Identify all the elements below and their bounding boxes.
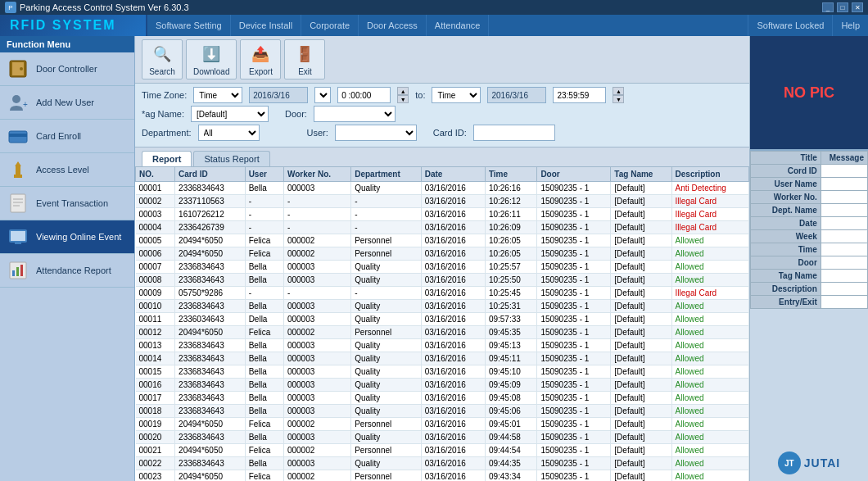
- door-select[interactable]: [314, 106, 396, 122]
- table-row[interactable]: 00011 2336034643 Della 000003 Quality 03…: [136, 313, 749, 326]
- cell-tag: [Default]: [611, 444, 671, 457]
- table-row[interactable]: 00021 20494*6050 Felica 000002 Personnel…: [136, 444, 749, 457]
- table-row[interactable]: 00018 2336834643 Bella 000003 Quality 03…: [136, 405, 749, 418]
- cell-door: 15090235 - 1: [537, 431, 611, 444]
- department-select[interactable]: All: [198, 125, 260, 141]
- sidebar-item-card-enroll[interactable]: Card Enroll: [0, 120, 134, 153]
- cell-card-id: 1610726212: [175, 208, 246, 221]
- table-row[interactable]: 00016 2336834643 Bella 000003 Quality 03…: [136, 379, 749, 392]
- table-row[interactable]: 00005 20494*6050 Felica 000002 Personnel…: [136, 234, 749, 247]
- cell-card-id: 2336834643: [175, 274, 246, 287]
- minimize-button[interactable]: _: [822, 2, 834, 12]
- table-row[interactable]: 00001 2336834643 Bella 000003 Quality 03…: [136, 182, 749, 195]
- time-spinner[interactable]: ▲ ▼: [397, 87, 409, 103]
- sidebar-item-viewing-online-event[interactable]: Viewing Online Event: [0, 220, 134, 254]
- svg-rect-14: [11, 231, 25, 241]
- access-level-icon: [7, 158, 29, 181]
- info-title: Time: [751, 243, 821, 256]
- tagname-select[interactable]: [Default]: [191, 106, 269, 122]
- menu-help[interactable]: Help: [832, 15, 868, 36]
- sidebar-item-attendance-report[interactable]: Attendance Report: [0, 254, 134, 288]
- export-button[interactable]: 📤 Export: [240, 39, 281, 79]
- menu-door-access[interactable]: Door Access: [359, 15, 427, 36]
- info-title: User Name: [751, 178, 821, 191]
- table-row[interactable]: 00020 2336834643 Bella 000003 Quality 03…: [136, 431, 749, 444]
- close-button[interactable]: ✕: [852, 2, 863, 12]
- info-row: Description: [751, 283, 868, 296]
- time-to-spinner[interactable]: ▲ ▼: [613, 87, 624, 103]
- info-row: Dept. Name: [751, 204, 868, 217]
- table-row[interactable]: 00023 20494*6050 Felica 000002 Personnel…: [136, 470, 749, 482]
- cell-no: 00021: [136, 444, 175, 457]
- table-row[interactable]: 00004 2336426739 - - - 03/16/2016 10:26:…: [136, 221, 749, 234]
- cell-user: Felica: [245, 247, 283, 261]
- cell-user: Bella: [245, 300, 283, 313]
- menu-software-locked[interactable]: Software Locked: [748, 15, 832, 36]
- table-row[interactable]: 00002 2337110563 - - - 03/16/2016 10:26:…: [136, 195, 749, 208]
- cell-desc: Allowed: [671, 365, 748, 379]
- menu-attendance[interactable]: Attendance: [427, 15, 490, 36]
- table-row[interactable]: 00019 20494*6050 Felica 000002 Personnel…: [136, 418, 749, 431]
- download-icon: ⬇️: [200, 43, 223, 66]
- download-button[interactable]: ⬇️ Download: [186, 39, 237, 79]
- tab-status-report[interactable]: Status Report: [193, 151, 269, 166]
- menu-software-setting[interactable]: Software Setting: [147, 15, 231, 36]
- info-message: [821, 204, 867, 217]
- table-row[interactable]: 00014 2336834643 Bella 000003 Quality 03…: [136, 352, 749, 365]
- menu-corporate[interactable]: Corporate: [301, 15, 359, 36]
- user-select[interactable]: [335, 125, 417, 141]
- menu-right: Software Locked Help: [748, 15, 868, 36]
- cell-user: Bella: [245, 392, 283, 405]
- sidebar-item-event-transaction[interactable]: Event Transaction: [0, 187, 134, 220]
- date-to-input[interactable]: [487, 87, 546, 103]
- time-from-input[interactable]: [337, 87, 391, 103]
- cell-worker: 000003: [283, 352, 350, 365]
- table-row[interactable]: 00013 2336834643 Bella 000003 Quality 03…: [136, 339, 749, 352]
- cell-date: 03/16/2016: [421, 392, 485, 405]
- cell-worker: 000002: [283, 418, 350, 431]
- cell-time: 09:57:33: [485, 313, 536, 326]
- cell-user: Felica: [245, 470, 283, 482]
- spin-up-to[interactable]: ▲: [613, 87, 624, 95]
- timezone-to-select[interactable]: Time: [432, 87, 481, 103]
- cell-desc: Allowed: [671, 431, 748, 444]
- tab-report[interactable]: Report: [142, 151, 192, 166]
- table-row[interactable]: 00010 2336834643 Bella 000003 Quality 03…: [136, 300, 749, 313]
- cell-worker: 000003: [283, 182, 350, 195]
- cell-dept: Quality: [351, 431, 422, 444]
- table-row[interactable]: 00015 2336834643 Bella 000003 Quality 03…: [136, 365, 749, 379]
- sidebar-item-door-controller[interactable]: Door Controller: [0, 52, 134, 86]
- cell-card-id: 2336834643: [175, 405, 246, 418]
- info-message: [821, 270, 867, 283]
- table-row[interactable]: 00007 2336834643 Bella 000003 Quality 03…: [136, 261, 749, 274]
- cell-door: 15090235 - 1: [537, 379, 611, 392]
- cell-date: 03/16/2016: [421, 444, 485, 457]
- spin-down-to[interactable]: ▼: [613, 95, 624, 103]
- menu-device-install[interactable]: Device Install: [231, 15, 301, 36]
- cardid-input[interactable]: [473, 125, 555, 141]
- sidebar-item-access-level[interactable]: Access Level: [0, 153, 134, 187]
- table-row[interactable]: 00009 05750*9286 - - - 03/16/2016 10:25:…: [136, 287, 749, 300]
- sidebar-item-add-new-user[interactable]: + Add New User: [0, 86, 134, 120]
- table-row[interactable]: 00008 2336834643 Bella 000003 Quality 03…: [136, 274, 749, 287]
- cell-tag: [Default]: [611, 339, 671, 352]
- table-row[interactable]: 00012 20494*6050 Felica 000002 Personnel…: [136, 326, 749, 339]
- timezone-select[interactable]: Time: [193, 87, 242, 103]
- cell-desc: Allowed: [671, 405, 748, 418]
- slash-select[interactable]: [314, 87, 331, 103]
- maximize-button[interactable]: □: [837, 2, 848, 12]
- table-row[interactable]: 00006 20494*6050 Felica 000002 Personnel…: [136, 247, 749, 261]
- search-button[interactable]: 🔍 Search: [142, 39, 183, 79]
- time-to-input[interactable]: [553, 87, 606, 103]
- table-row[interactable]: 00003 1610726212 - - - 03/16/2016 10:26:…: [136, 208, 749, 221]
- date-from-input[interactable]: [249, 87, 308, 103]
- cell-door: 15090235 - 1: [537, 274, 611, 287]
- table-row[interactable]: 00022 2336834643 Bella 000003 Quality 03…: [136, 457, 749, 470]
- spin-up[interactable]: ▲: [397, 87, 409, 95]
- table-row[interactable]: 00017 2336834643 Bella 000003 Quality 03…: [136, 392, 749, 405]
- cell-time: 09:45:35: [485, 326, 536, 339]
- exit-button[interactable]: 🚪 Exit: [284, 39, 325, 79]
- spin-down[interactable]: ▼: [397, 95, 409, 103]
- cell-tag: [Default]: [611, 182, 671, 195]
- cell-no: 00006: [136, 247, 175, 261]
